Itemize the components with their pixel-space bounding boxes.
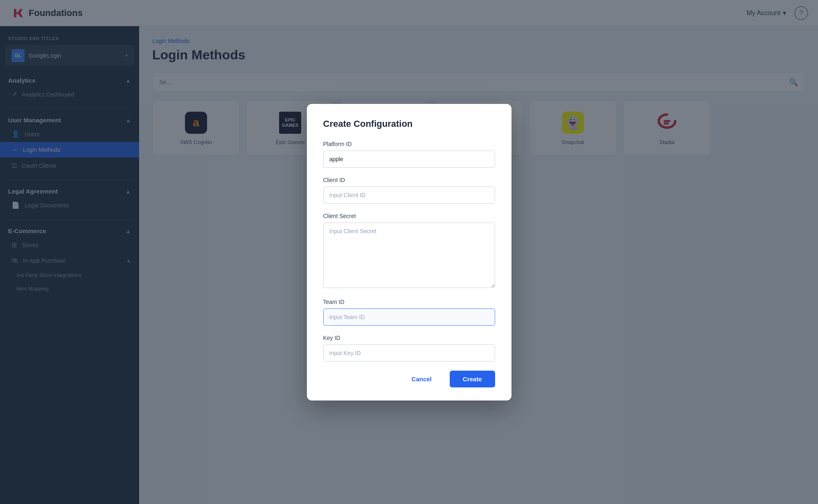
create-configuration-modal: Create Configuration Platform ID Client … [307, 104, 512, 400]
platform-id-input[interactable] [323, 151, 495, 168]
key-id-label: Key ID [323, 335, 495, 341]
team-id-label: Team ID [323, 299, 495, 305]
key-id-group: Key ID [323, 335, 495, 362]
cancel-button[interactable]: Cancel [400, 371, 443, 387]
modal-title: Create Configuration [323, 119, 495, 129]
key-id-input[interactable] [323, 344, 495, 362]
team-id-input[interactable] [323, 308, 495, 326]
create-button[interactable]: Create [450, 371, 495, 387]
client-id-group: Client ID [323, 177, 495, 204]
platform-id-label: Platform ID [323, 141, 495, 147]
client-secret-group: Client Secret [323, 213, 495, 290]
client-id-input[interactable] [323, 187, 495, 204]
client-secret-input[interactable] [323, 223, 495, 288]
client-secret-label: Client Secret [323, 213, 495, 219]
client-id-label: Client ID [323, 177, 495, 183]
modal-actions: Cancel Create [323, 371, 495, 387]
modal-overlay[interactable]: Create Configuration Platform ID Client … [0, 0, 818, 504]
team-id-group: Team ID [323, 299, 495, 326]
platform-id-group: Platform ID [323, 141, 495, 168]
